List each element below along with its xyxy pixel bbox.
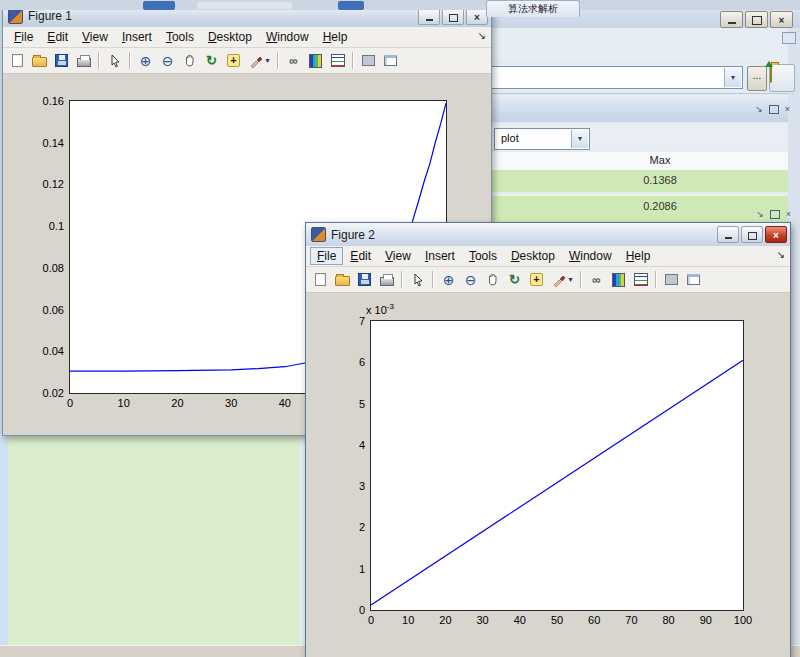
figure1-menubar: FileEditViewInsertToolsDesktopWindowHelp… [3,27,491,48]
menu-item-tools[interactable]: Tools [462,247,504,265]
x-tick-label: 20 [171,397,183,409]
dock-icon[interactable]: ↘ [756,210,764,219]
rotate-3d-button[interactable]: ↻ [504,269,525,290]
link-plot-button[interactable]: ∞ [283,50,304,71]
open-folder-icon [335,276,350,286]
figure2-canvas: x 10-3 0102030405060708090100 01234567 [306,293,790,657]
close-button[interactable]: × [765,226,787,243]
minimize-button[interactable] [720,11,743,28]
zoom-in-button[interactable]: ⊕ [135,50,156,71]
figure2-window: Figure 2 × FileEditViewInsertToolsDeskto… [305,222,791,657]
menu-item-edit[interactable]: Edit [343,247,378,265]
menu-item-file[interactable]: File [310,247,343,265]
minimize-button[interactable] [418,8,440,25]
zoom-out-button[interactable]: ⊖ [460,269,481,290]
edit-plot-button[interactable] [407,269,428,290]
maximize-icon [449,14,458,22]
show-plot-tools-button[interactable] [380,50,401,71]
zoom-in-button[interactable]: ⊕ [438,269,459,290]
open-file-button[interactable] [332,269,353,290]
menu-item-window[interactable]: Window [562,247,619,265]
open-file-button[interactable] [29,50,50,71]
menu-item-desktop[interactable]: Desktop [504,247,562,265]
menu-item-tools[interactable]: Tools [159,28,201,46]
figure1-window-buttons: × [418,8,488,25]
data-cursor-button[interactable]: + [526,269,547,290]
maximize-button[interactable] [442,8,464,25]
show-plot-tools-icon [687,274,700,285]
menu-item-help[interactable]: Help [619,247,658,265]
toolbar-overflow-button[interactable] [782,32,796,44]
hide-plot-tools-button[interactable] [358,50,379,71]
maximize-panel-icon[interactable] [770,210,780,219]
minimize-button[interactable] [717,226,739,243]
menu-item-edit[interactable]: Edit [40,28,75,46]
data-cursor-button[interactable]: + [223,50,244,71]
print-figure-button[interactable] [73,50,94,71]
x-tick-label: 40 [279,397,291,409]
maximize-panel-icon[interactable] [769,105,779,114]
document-tab[interactable]: 算法求解析 [486,0,580,17]
chevron-down-icon[interactable]: ▾ [724,68,741,87]
edit-plot-button[interactable] [104,50,125,71]
close-button[interactable]: × [466,8,488,25]
x-tick-label: 80 [662,614,674,626]
pan-button[interactable] [179,50,200,71]
maximize-button[interactable] [745,11,768,28]
x-tick-label: 40 [514,614,526,626]
up-one-level-button[interactable] [769,64,795,92]
insert-colorbar-button[interactable] [305,50,326,71]
plot-type-combobox[interactable]: plot ▾ [494,128,590,150]
close-button[interactable]: × [770,11,793,28]
close-panel-icon[interactable]: × [786,210,791,219]
dock-figure-icon[interactable]: ↘ [478,30,486,41]
figure2-titlebar[interactable]: Figure 2 × [306,223,790,246]
dock-figure-icon[interactable]: ↘ [777,249,785,260]
y-tick-label: 5 [359,398,365,410]
close-panel-icon[interactable]: × [785,105,790,114]
menu-item-help[interactable]: Help [316,28,355,46]
x-tick-label: 70 [625,614,637,626]
menu-item-window[interactable]: Window [259,28,316,46]
table-row[interactable]: 0.1368 [488,170,800,192]
insert-legend-button[interactable] [327,50,348,71]
column-header-max[interactable]: Max [580,154,740,166]
toolbar-separator [655,271,657,288]
rotate-3d-button[interactable]: ↻ [201,50,222,71]
dropdown-caret-icon: ▾ [265,57,269,65]
directory-combobox[interactable]: ▾ [488,66,743,89]
save-figure-button[interactable] [354,269,375,290]
brush-button[interactable]: ▾ [245,50,273,71]
maximize-button[interactable] [741,226,763,243]
print-figure-button[interactable] [376,269,397,290]
x-tick-label: 10 [402,614,414,626]
menu-item-insert[interactable]: Insert [115,28,159,46]
y-tick-label: 0 [359,604,365,616]
zoom-out-button[interactable]: ⊖ [157,50,178,71]
hide-plot-tools-icon [665,274,678,285]
menu-item-file[interactable]: File [7,28,40,46]
menu-item-view[interactable]: View [378,247,418,265]
menu-item-insert[interactable]: Insert [418,247,462,265]
new-figure-button[interactable] [7,50,28,71]
plot-combo-value: plot [501,132,519,144]
new-figure-button[interactable] [310,269,331,290]
dock-icon[interactable]: ↘ [755,105,763,114]
y-tick-label: 0.14 [43,137,64,149]
browse-folder-button[interactable]: ... [747,66,767,91]
figure2-axes[interactable]: 0102030405060708090100 01234567 [370,320,744,611]
save-figure-button[interactable] [51,50,72,71]
link-plot-button[interactable]: ∞ [586,269,607,290]
inactive-window-fragment [197,2,292,9]
pan-button[interactable] [482,269,503,290]
menu-item-desktop[interactable]: Desktop [201,28,259,46]
toolbar-separator [129,52,131,69]
hide-plot-tools-button[interactable] [661,269,682,290]
menu-item-view[interactable]: View [75,28,115,46]
insert-colorbar-button[interactable] [608,269,629,290]
brush-button[interactable]: ▾ [548,269,576,290]
chevron-down-icon[interactable]: ▾ [571,130,588,148]
insert-legend-button[interactable] [630,269,651,290]
show-plot-tools-button[interactable] [683,269,704,290]
y-axis-tick-labels: 0.020.040.060.080.10.120.140.16 [24,101,70,393]
